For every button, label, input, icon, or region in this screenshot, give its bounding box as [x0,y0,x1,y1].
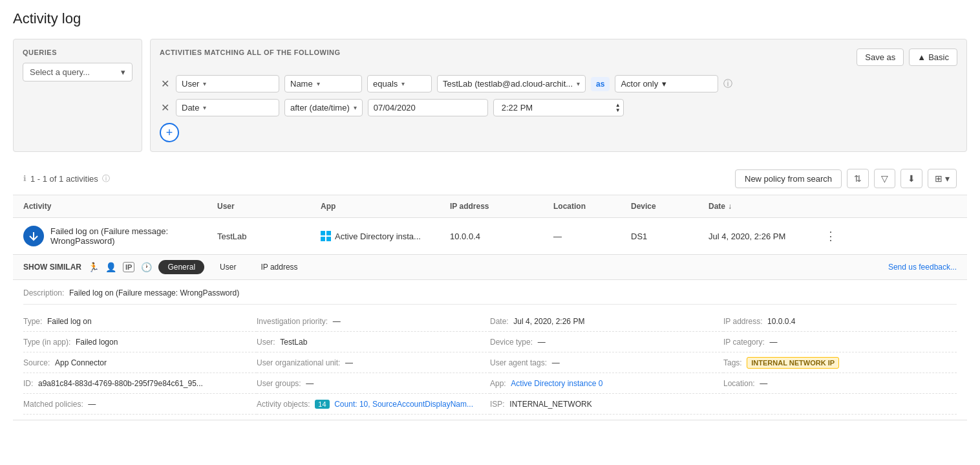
location-cell: — [553,232,631,241]
device-type-label: Device type: [490,338,533,347]
matched-value: — [88,400,96,409]
save-as-button[interactable]: Save as [857,49,904,66]
filter-time-input[interactable] [496,100,615,116]
chevron-up-icon: ▲ [917,52,926,62]
filter-field-1-value: User [182,79,199,89]
remove-filter-1-button[interactable]: ✕ [160,78,171,90]
isp-value: INTERNAL_NETWORK [509,400,591,409]
location-detail-label: Location: [723,379,755,388]
activity-objects-value[interactable]: Count: 10, SourceAccountDisplayNam... [334,400,473,409]
actor-role-value: Actor only [621,79,658,89]
sort-icon-button[interactable]: ⇅ [847,169,869,188]
ip-category-value: — [769,338,777,347]
filter-field-1-select[interactable]: User ▾ [176,75,279,92]
queries-label: QUERIES [23,49,133,56]
user-agent-value: — [552,358,560,367]
id-label: ID: [23,379,33,388]
user-org-label: User organizational unit: [257,358,340,367]
basic-button[interactable]: ▲ Basic [909,49,957,66]
filter-value-1-select[interactable]: TestLab (testlab@ad.cloud-archit... ▾ [437,75,586,92]
activities-panel: ACTIVITIES MATCHING ALL OF THE FOLLOWING… [150,39,967,152]
time-down-icon[interactable]: ▼ [615,108,621,113]
info-icon[interactable]: ⓘ [723,78,732,90]
results-count: 1 - 1 of 1 activities [30,174,98,184]
queries-select[interactable]: Select a query... ▾ [23,63,133,81]
show-similar-bar: SHOW SIMILAR 🏃 👤 IP 🕐 General User IP ad… [13,255,967,280]
user-icon[interactable]: 👤 [105,262,116,272]
filter-field-2-select[interactable]: Date ▾ [176,99,279,116]
user-groups-label: User groups: [257,379,301,388]
page-title: Activity log [13,10,967,27]
filter-condition-1-select[interactable]: equals ▾ [367,75,432,92]
type-value: Failed log on [47,317,92,326]
app-cell: Active Directory insta... [321,231,450,241]
new-policy-button[interactable]: New policy from search [735,169,842,188]
activity-cell: Failed log on (Failure message: WrongPas… [23,226,217,246]
user-cell: TestLab [217,232,321,241]
date-field: Date: Jul 4, 2020, 2:26 PM [490,311,723,332]
user-org-field: User organizational unit: — [257,352,490,373]
svg-rect-1 [321,231,325,235]
device-type-value: — [538,338,546,347]
actor-role-select[interactable]: Actor only ▾ [615,75,718,92]
activity-objects-field: Activity objects: 14 Count: 10, SourceAc… [257,394,490,415]
svg-rect-3 [321,237,325,241]
user-detail-label: User: [257,338,275,347]
user-agent-field: User agent tags: — [490,352,723,373]
remove-filter-2-button[interactable]: ✕ [160,102,171,114]
filter-row-2: ✕ Date ▾ after (date/time) ▾ ▲ ▼ [160,99,957,116]
ip-value: 10.0.0.4 [767,317,795,326]
th-date[interactable]: Date ↓ [708,202,825,211]
download-icon-button[interactable]: ⬇ [900,169,922,188]
filter-value-1-chevron: ▾ [577,80,580,87]
windows-icon [321,231,331,241]
row-more-button[interactable]: ⋮ [825,229,844,243]
queries-panel: QUERIES Select a query... ▾ [13,39,142,152]
filter-operator-2-select[interactable]: after (date/time) ▾ [284,99,363,116]
detail-section: Description: Failed log on (Failure mess… [13,280,967,420]
run-icon[interactable]: 🏃 [88,262,99,272]
ip-tag-icon[interactable]: IP [123,262,134,272]
queries-select-text: Select a query... [30,67,90,77]
description-value: Failed log on (Failure message: WrongPas… [69,288,239,297]
feedback-link[interactable]: Send us feedback... [888,263,957,272]
filter-operator-1-select[interactable]: Name ▾ [284,75,362,92]
th-app: App [321,202,450,211]
source-value: App Connector [55,358,107,367]
user-org-value: — [345,358,353,367]
type-app-value: Failed logon [76,338,118,347]
ip-label: IP address: [723,317,762,326]
th-activity: Activity [23,202,217,211]
filter-field-2-value: Date [182,103,199,113]
clock-icon[interactable]: 🕐 [141,262,152,272]
detail-grid: Type: Failed log on Investigation priori… [23,311,957,415]
id-field: ID: a9a81c84-883d-4769-880b-295f79e84c61… [23,373,257,394]
as-badge: as [591,77,610,91]
tab-user[interactable]: User [211,260,245,274]
app-link-value[interactable]: Active Directory instance 0 [511,379,602,388]
table-header: Activity User App IP address Location De… [13,195,967,218]
date-cell: Jul 4, 2020, 2:26 PM [708,232,825,241]
table-row[interactable]: Failed log on (Failure message: WrongPas… [13,218,967,255]
description-row: Description: Failed log on (Failure mess… [23,288,957,305]
filter-operator-2-value: after (date/time) [290,103,350,113]
tab-general[interactable]: General [158,260,204,274]
filter-value-1-text: TestLab (testlab@ad.cloud-archit... [443,79,573,89]
show-similar-label: SHOW SIMILAR [23,263,81,272]
app-link-field: App: Active Directory instance 0 [490,373,723,394]
filter-operator-1-value: Name [290,79,313,89]
th-actions [825,202,844,211]
activity-name: Failed log on (Failure message: WrongPas… [50,226,217,246]
tab-ip-address[interactable]: IP address [251,260,306,274]
view-options-button[interactable]: ⊞ ▾ [928,169,957,188]
ip-field: IP address: 10.0.0.4 [723,311,957,332]
filter-condition-1-chevron: ▾ [401,80,405,87]
tags-field: Tags: INTERNAL NETWORK IP [723,352,957,373]
filter-icon-button[interactable]: ▽ [874,169,895,188]
isp-label: ISP: [490,400,505,409]
ip-category-label: IP category: [723,338,765,347]
filter-date-input[interactable] [368,99,488,116]
type-field: Type: Failed log on [23,311,257,332]
add-filter-button[interactable]: + [160,123,179,142]
ip-cell: 10.0.0.4 [450,232,553,241]
